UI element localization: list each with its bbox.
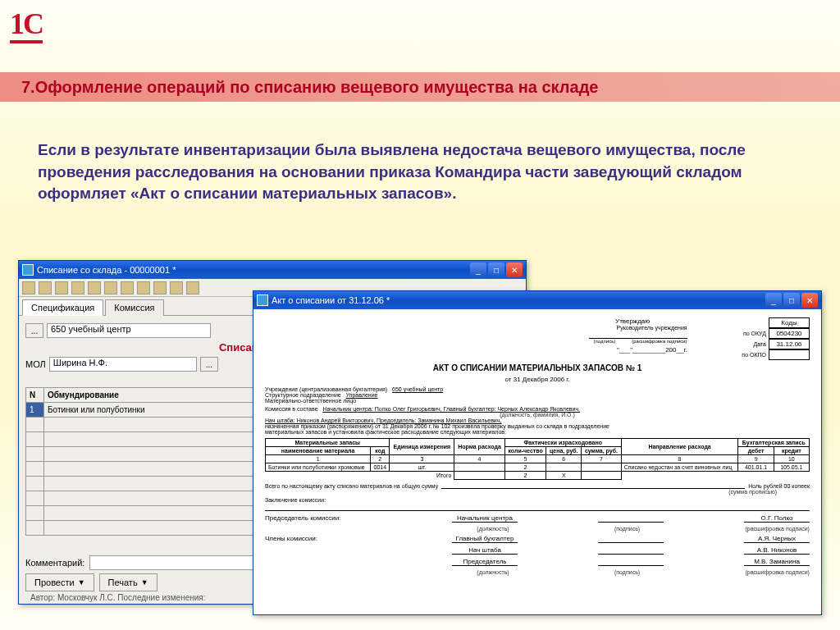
- minimize-button[interactable]: _: [765, 293, 782, 308]
- doc-title: АКТ О СПИСАНИИ МАТЕРИАЛЬНЫХ ЗАПАСОВ № 1: [265, 363, 810, 372]
- tab-komis[interactable]: Комиссия: [105, 299, 163, 316]
- maximize-button[interactable]: □: [488, 262, 504, 277]
- titlebar-2: Акт о списании от 31.12.06 * _ □ ✕: [253, 291, 821, 309]
- minimize-button[interactable]: _: [470, 262, 486, 277]
- logo-1c: 1C: [10, 7, 43, 41]
- app-icon: [257, 294, 268, 306]
- toolbar-icon[interactable]: [121, 281, 134, 294]
- materials-table: Материальные запасы Единица измерения Но…: [265, 438, 810, 480]
- window-title-2: Акт о списании от 31.12.06 *: [272, 295, 390, 305]
- mol-field[interactable]: Ширина Н.Ф.: [49, 357, 197, 372]
- toolbar-icon[interactable]: [104, 281, 117, 294]
- centre-field[interactable]: 650 учебный центр: [47, 323, 211, 338]
- close-button[interactable]: ✕: [506, 262, 523, 277]
- toolbar-icon[interactable]: [170, 281, 183, 294]
- window-akt: Акт о списании от 31.12.06 * _ □ ✕ Утвер…: [253, 290, 822, 615]
- print-button[interactable]: Печать▼: [99, 573, 158, 591]
- maximize-button[interactable]: □: [783, 293, 800, 308]
- slide-title-bar: 7.Оформление операций по списанию вещево…: [0, 72, 840, 102]
- app-icon: [22, 264, 34, 276]
- toolbar-icon[interactable]: [137, 281, 150, 294]
- provesti-button[interactable]: Провести▼: [25, 573, 94, 591]
- lookup-button[interactable]: ...: [25, 323, 43, 338]
- toolbar-icon[interactable]: [153, 281, 167, 294]
- print-document: Утверждаю Руководитель учреждения (подпи…: [253, 309, 821, 587]
- toolbar-icon[interactable]: [186, 281, 199, 294]
- toolbar-icon[interactable]: [71, 281, 84, 294]
- toolbar-icon[interactable]: [22, 281, 35, 294]
- comment-label: Комментарий:: [25, 558, 84, 568]
- mol-lookup-button[interactable]: ...: [200, 357, 218, 372]
- slide-title: 7.Оформление операций по списанию вещево…: [21, 78, 598, 97]
- toolbar-icon[interactable]: [39, 281, 52, 294]
- tab-spec[interactable]: Спецификация: [22, 299, 103, 316]
- window-title-1: Списание со склада - 00000001 *: [37, 265, 176, 275]
- mol-label: МОЛ: [25, 359, 46, 369]
- close-button[interactable]: ✕: [801, 293, 818, 308]
- toolbar-icon[interactable]: [88, 281, 101, 294]
- toolbar-icon[interactable]: [55, 281, 68, 294]
- titlebar-1: Списание со склада - 00000001 * _ □ ✕: [19, 261, 526, 279]
- intro-text: Если в результате инвентаризации была вы…: [38, 139, 802, 205]
